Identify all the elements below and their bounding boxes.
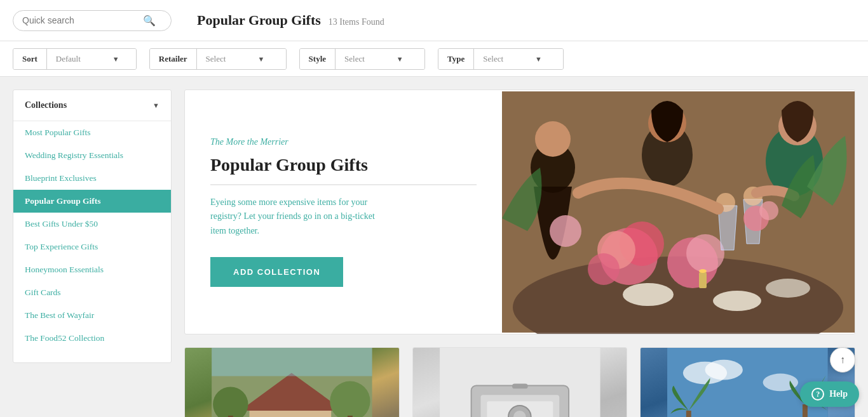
style-filter-group[interactable]: Style Select ▼ — [299, 48, 425, 70]
type-chevron-icon: ▼ — [535, 55, 542, 63]
retailer-chevron-icon: ▼ — [257, 55, 264, 63]
search-icon: 🔍 — [143, 15, 156, 27]
sidebar-item-label-5: Top Experience Gifts — [25, 242, 98, 251]
sidebar-item-label-1: Wedding Registry Essentials — [25, 150, 123, 160]
svg-rect-54 — [803, 404, 808, 417]
sidebar-item-2[interactable]: Blueprint Exclusives — [13, 167, 171, 190]
sidebar-item-label-0: Most Popular Gifts — [25, 128, 91, 137]
svg-rect-22 — [699, 272, 707, 288]
sidebar-item-0[interactable]: Most Popular Gifts — [13, 121, 171, 144]
filter-bar: Sort Default ▼ Retailer Select ▼ Style S… — [0, 41, 868, 77]
main-layout: Collections ▼ Most Popular GiftsWedding … — [0, 77, 868, 417]
sidebar-item-1[interactable]: Wedding Registry Essentials — [13, 144, 171, 167]
sort-select[interactable]: Default ▼ — [47, 49, 136, 69]
sidebar-item-6[interactable]: Honeymoon Essentials — [13, 258, 171, 281]
style-select[interactable]: Select ▼ — [336, 49, 424, 69]
content-area: The More the Merrier Popular Group Gifts… — [184, 89, 855, 417]
sort-filter-group[interactable]: Sort Default ▼ — [13, 48, 137, 70]
svg-rect-53 — [686, 411, 691, 417]
search-input[interactable] — [22, 15, 143, 25]
retailer-filter-group[interactable]: Retailer Select ▼ — [149, 48, 287, 70]
hero-image-area — [502, 90, 855, 334]
sidebar-header[interactable]: Collections ▼ — [13, 90, 171, 121]
sidebar-item-9[interactable]: The Food52 Collection — [13, 327, 171, 350]
hero-title: Popular Group Gifts — [210, 155, 477, 185]
hero-subtitle: The More the Merrier — [210, 137, 477, 147]
style-placeholder: Select — [344, 54, 365, 64]
scroll-to-top-button[interactable]: ↑ — [830, 347, 855, 373]
collection-hero: The More the Merrier Popular Group Gifts… — [184, 89, 855, 334]
product-card-2[interactable] — [412, 347, 628, 417]
svg-point-8 — [623, 283, 674, 306]
sidebar-item-label-7: Gift Cards — [25, 288, 61, 297]
sidebar-items-list: Most Popular GiftsWedding Registry Essen… — [13, 121, 171, 350]
svg-point-20 — [759, 201, 778, 220]
svg-point-9 — [713, 291, 761, 311]
help-icon: ? — [811, 388, 824, 400]
style-label: Style — [300, 49, 336, 69]
items-count: 13 Items Found — [329, 17, 384, 27]
sort-value: Default — [56, 54, 81, 64]
help-label: Help — [829, 389, 848, 399]
svg-point-51 — [705, 360, 743, 380]
help-button[interactable]: ? Help — [800, 381, 859, 407]
sidebar-item-label-6: Honeymoon Essentials — [25, 265, 104, 274]
svg-rect-45 — [512, 383, 528, 388]
product-row — [184, 347, 855, 417]
sidebar-item-5[interactable]: Top Experience Gifts — [13, 235, 171, 258]
type-filter-group[interactable]: Type Select ▼ — [438, 48, 564, 70]
product-card-1[interactable] — [184, 347, 400, 417]
sidebar-item-8[interactable]: The Best of Wayfair — [13, 304, 171, 327]
hero-image — [502, 90, 855, 334]
svg-rect-34 — [212, 348, 372, 376]
svg-rect-25 — [250, 411, 332, 417]
header-title-area: Popular Group Gifts 13 Items Found — [197, 12, 384, 29]
style-chevron-icon: ▼ — [397, 55, 403, 63]
search-box[interactable]: 🔍 — [13, 10, 172, 31]
svg-point-23 — [699, 269, 707, 273]
type-placeholder: Select — [483, 54, 503, 64]
collections-heading: Collections — [25, 100, 67, 110]
svg-point-10 — [766, 279, 810, 298]
add-collection-button[interactable]: ADD COLLECTION — [210, 257, 343, 287]
header: 🔍 Popular Group Gifts 13 Items Found — [0, 0, 868, 41]
svg-point-7 — [588, 253, 620, 285]
retailer-placeholder: Select — [206, 54, 226, 64]
sidebar-item-label-9: The Food52 Collection — [25, 333, 104, 343]
retailer-select[interactable]: Select ▼ — [197, 49, 286, 69]
retailer-label: Retailer — [150, 49, 197, 69]
type-select[interactable]: Select ▼ — [474, 49, 563, 69]
hero-description: Eyeing some more expensive items for you… — [210, 195, 376, 238]
product-image-1 — [185, 348, 399, 417]
sort-label: Sort — [13, 49, 47, 69]
page-title: Popular Group Gifts — [197, 12, 321, 29]
svg-point-14 — [535, 121, 571, 157]
type-label: Type — [438, 49, 474, 69]
sidebar-item-label-8: The Best of Wayfair — [25, 310, 94, 320]
svg-point-6 — [686, 234, 724, 272]
sidebar-item-7[interactable]: Gift Cards — [13, 281, 171, 304]
sort-chevron-icon: ▼ — [112, 55, 119, 63]
collections-chevron-icon: ▼ — [153, 102, 159, 109]
sidebar-item-label-2: Blueprint Exclusives — [25, 173, 97, 183]
sidebar: Collections ▼ Most Popular GiftsWedding … — [13, 89, 172, 363]
product-image-2 — [413, 348, 627, 417]
svg-point-21 — [550, 215, 581, 247]
sidebar-item-4[interactable]: Best Gifts Under $50 — [13, 213, 171, 235]
hero-left: The More the Merrier Popular Group Gifts… — [185, 90, 502, 334]
sidebar-item-label-4: Best Gifts Under $50 — [25, 219, 98, 228]
sidebar-item-label-3: Popular Group Gifts — [25, 196, 101, 206]
sidebar-item-3[interactable]: Popular Group Gifts — [13, 190, 171, 213]
